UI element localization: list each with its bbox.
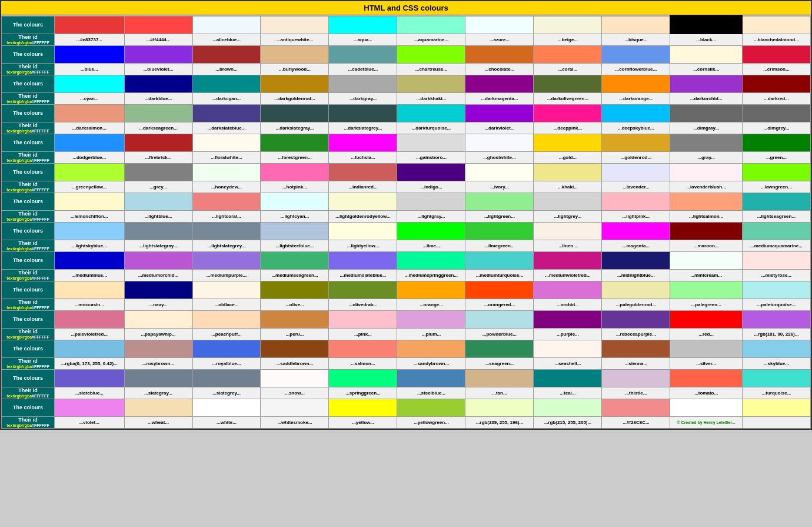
color-id-label: ...grey... xyxy=(124,181,192,193)
color-swatch xyxy=(534,75,602,92)
color-id-label: ...purple... xyxy=(534,328,602,340)
color-swatch xyxy=(534,45,602,63)
color-id-label: ...darkviolet... xyxy=(465,122,534,134)
color-id-label: ...navy... xyxy=(124,299,192,310)
color-id-label: ...greenyellow... xyxy=(55,181,125,193)
color-id-label: ...wheat... xyxy=(124,416,192,428)
color-id-label: ...darkgray... xyxy=(329,92,397,104)
color-swatch xyxy=(329,222,397,240)
color-swatch xyxy=(534,399,602,416)
color-id-label: ...violet... xyxy=(55,416,125,428)
color-id-label: ...darkslateblue... xyxy=(192,122,261,134)
color-swatch xyxy=(602,340,670,357)
color-swatch xyxy=(465,193,534,210)
color-id-label: ...slategray... xyxy=(124,387,192,399)
color-id-label: © Created by Henry Letellier... xyxy=(670,416,742,428)
color-swatch xyxy=(742,399,810,416)
color-id-label: ...darkslategray... xyxy=(261,122,329,134)
color-id-label xyxy=(742,416,810,428)
colors-row: The colours xyxy=(2,340,811,357)
color-swatch xyxy=(261,45,329,63)
color-id-label: ...cyan... xyxy=(55,92,125,104)
color-swatch xyxy=(261,222,329,240)
ids-row: Their idtext/rgb/rgba#FFFFFF...rgba(0, 1… xyxy=(2,357,811,369)
color-swatch xyxy=(55,281,125,299)
color-id-label: ...rgb(239, 255, 196)... xyxy=(465,416,534,428)
color-swatch xyxy=(670,222,742,240)
color-swatch xyxy=(602,222,670,240)
color-swatch xyxy=(124,399,192,416)
color-swatch xyxy=(192,399,261,416)
color-swatch xyxy=(124,281,192,299)
color-id-label: ...mediumseagreen... xyxy=(261,269,329,281)
color-id-label: ...#ff4444... xyxy=(124,34,192,45)
color-id-label: ...firebrick... xyxy=(124,151,192,163)
color-id-label: ...green... xyxy=(742,151,810,163)
color-id-label: ...blueviolet... xyxy=(124,63,192,75)
color-swatch xyxy=(742,281,810,299)
color-swatch xyxy=(465,163,534,181)
color-id-label: ...seagreen... xyxy=(465,357,534,369)
color-id-label: ...dodgerblue... xyxy=(55,151,125,163)
color-id-label: ...salmon... xyxy=(329,357,397,369)
color-swatch xyxy=(670,281,742,299)
color-id-label: ...darkkhaki... xyxy=(397,92,465,104)
color-swatch xyxy=(261,16,329,34)
color-swatch xyxy=(192,163,261,181)
color-id-label: ...aqua... xyxy=(329,34,397,45)
color-id-label: ...seashell... xyxy=(534,357,602,369)
row-ids-label: Their idtext/rgb/rgba#FFFFFF xyxy=(2,34,55,45)
color-swatch xyxy=(397,163,465,181)
color-swatch xyxy=(534,281,602,299)
color-id-label: ...thistle... xyxy=(602,387,670,399)
color-swatch xyxy=(397,399,465,416)
color-swatch xyxy=(261,163,329,181)
color-id-label: ...white... xyxy=(192,416,261,428)
row-ids-label: Their idtext/rgb/rgba#FFFFFF xyxy=(2,269,55,281)
color-swatch xyxy=(465,340,534,357)
color-id-label: ...dimgray... xyxy=(670,122,742,134)
color-swatch xyxy=(329,369,397,387)
color-table: The coloursTheir idtext/rgb/rgba#FFFFFF.… xyxy=(1,15,811,429)
color-swatch xyxy=(602,45,670,63)
color-swatch xyxy=(534,251,602,269)
color-id-label: ...lavenderblush... xyxy=(670,181,742,193)
color-id-label: ...lightseagreen... xyxy=(742,210,810,222)
color-swatch xyxy=(261,310,329,328)
color-id-label: ...orchid... xyxy=(534,299,602,310)
color-swatch xyxy=(55,16,125,34)
color-swatch xyxy=(192,310,261,328)
color-swatch xyxy=(670,163,742,181)
color-id-label: ...#f28C8C... xyxy=(602,416,670,428)
color-id-label: ...rosybrown... xyxy=(124,357,192,369)
color-id-label: ...powderblue... xyxy=(465,328,534,340)
color-id-label: ...moccasin... xyxy=(55,299,125,310)
color-id-label: ...skyblue... xyxy=(742,357,810,369)
color-id-label: ...bisque... xyxy=(602,34,670,45)
color-id-label: ...lightgoldenrodyellow... xyxy=(329,210,397,222)
color-swatch xyxy=(602,104,670,122)
ids-row: Their idtext/rgb/rgba#FFFFFF...moccasin.… xyxy=(2,299,811,310)
color-id-label: ...mediumorchid... xyxy=(124,269,192,281)
color-swatch xyxy=(534,193,602,210)
color-id-label: ...fuchsia... xyxy=(329,151,397,163)
color-id-label: ...silver... xyxy=(670,357,742,369)
row-colors-label: The colours xyxy=(2,75,55,92)
color-id-label: ...royalblue... xyxy=(192,357,261,369)
color-id-label: ...mistyrose... xyxy=(742,269,810,281)
colors-row: The colours xyxy=(2,16,811,34)
color-id-label: ...orangered... xyxy=(465,299,534,310)
color-swatch xyxy=(124,45,192,63)
color-swatch xyxy=(124,222,192,240)
color-id-label: ...snow... xyxy=(261,387,329,399)
color-swatch xyxy=(465,251,534,269)
color-id-label: ...yellowgreen... xyxy=(397,416,465,428)
color-swatch xyxy=(602,251,670,269)
row-colors-label: The colours xyxy=(2,281,55,299)
color-swatch xyxy=(55,134,125,151)
color-swatch xyxy=(602,163,670,181)
color-id-label: ...lavender... xyxy=(602,181,670,193)
color-swatch xyxy=(55,75,125,92)
color-swatch xyxy=(192,134,261,151)
color-swatch xyxy=(397,310,465,328)
